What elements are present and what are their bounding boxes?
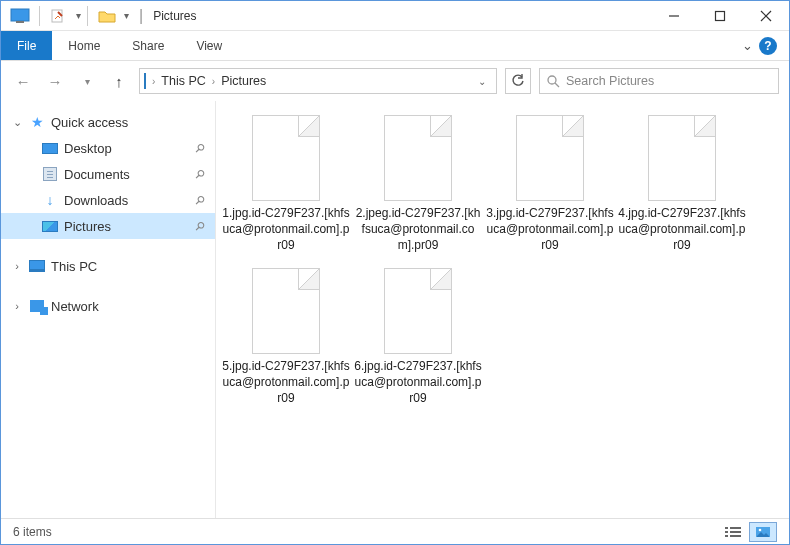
sidebar-item-pictures[interactable]: Pictures ⚲	[1, 213, 215, 239]
recent-locations-dropdown[interactable]: ▾	[75, 69, 99, 93]
qat-separator	[39, 6, 40, 26]
pin-icon: ⚲	[192, 192, 208, 208]
titlebar: ▾ ▾ | Pictures	[1, 1, 789, 31]
icons-view-button[interactable]	[749, 522, 777, 542]
ribbon-expand-icon[interactable]: ⌄	[742, 38, 753, 53]
sidebar-item-label: This PC	[51, 259, 215, 274]
desktop-icon	[42, 143, 58, 154]
star-icon: ★	[31, 114, 44, 130]
file-icon	[516, 115, 584, 201]
file-icon	[384, 268, 452, 354]
ribbon: File Home Share View ⌄ ?	[1, 31, 789, 61]
titlebar-left: ▾ ▾ | Pictures	[1, 6, 197, 26]
search-icon	[546, 74, 560, 88]
file-icon	[648, 115, 716, 201]
sidebar-this-pc[interactable]: › This PC	[1, 253, 215, 279]
file-name: 4.jpg.id-C279F237.[khfsuca@protonmail.co…	[618, 205, 746, 254]
content-area: ⌄ ★ Quick access Desktop ⚲ Documents ⚲↓ …	[1, 101, 789, 518]
window-title: Pictures	[153, 9, 196, 23]
file-item[interactable]: 4.jpg.id-C279F237.[khfsuca@protonmail.co…	[618, 115, 746, 254]
svg-point-16	[759, 528, 762, 531]
svg-point-7	[548, 76, 556, 84]
sidebar-item-documents[interactable]: Documents ⚲	[1, 161, 215, 187]
sidebar-item-label: Pictures	[64, 219, 191, 234]
forward-button[interactable]: →	[43, 69, 67, 93]
breadcrumb-pictures[interactable]: Pictures	[221, 74, 266, 88]
sidebar-item-label: Quick access	[51, 115, 215, 130]
sidebar-network[interactable]: › Network	[1, 293, 215, 319]
search-placeholder: Search Pictures	[566, 74, 654, 88]
svg-rect-4	[716, 11, 725, 20]
file-item[interactable]: 6.jpg.id-C279F237.[khfsuca@protonmail.co…	[354, 268, 482, 407]
svg-rect-12	[730, 531, 741, 533]
pc-icon	[29, 260, 45, 272]
file-icon	[252, 115, 320, 201]
chevron-right-icon[interactable]: ›	[212, 76, 215, 87]
sidebar-quick-access[interactable]: ⌄ ★ Quick access	[1, 109, 215, 135]
file-name: 5.jpg.id-C279F237.[khfsuca@protonmail.co…	[222, 358, 350, 407]
file-item[interactable]: 1.jpg.id-C279F237.[khfsuca@protonmail.co…	[222, 115, 350, 254]
qat-separator-2	[87, 6, 88, 26]
help-icon[interactable]: ?	[759, 37, 777, 55]
qat-dropdown-icon[interactable]: ▾	[76, 10, 81, 21]
docs-icon	[43, 167, 57, 181]
file-name: 6.jpg.id-C279F237.[khfsuca@protonmail.co…	[354, 358, 482, 407]
address-dropdown-icon[interactable]: ⌄	[472, 76, 492, 87]
sidebar-item-label: Desktop	[64, 141, 191, 156]
minimize-button[interactable]	[651, 1, 697, 31]
qat-properties-icon[interactable]	[46, 6, 72, 26]
svg-rect-14	[730, 535, 741, 537]
caret-right-icon[interactable]: ›	[11, 300, 23, 312]
svg-rect-0	[11, 9, 29, 21]
sidebar-item-label: Downloads	[64, 193, 191, 208]
file-name: 2.jpeg.id-C279F237.[khfsuca@protonmail.c…	[354, 205, 482, 254]
search-input[interactable]: Search Pictures	[539, 68, 779, 94]
file-item[interactable]: 2.jpeg.id-C279F237.[khfsuca@protonmail.c…	[354, 115, 482, 254]
file-tab[interactable]: File	[1, 31, 52, 60]
maximize-button[interactable]	[697, 1, 743, 31]
svg-rect-13	[725, 535, 728, 537]
tab-home[interactable]: Home	[52, 31, 116, 60]
tab-share[interactable]: Share	[116, 31, 180, 60]
sidebar-item-label: Network	[51, 299, 215, 314]
view-toggles	[719, 522, 777, 542]
pics-icon	[42, 221, 58, 232]
pin-icon: ⚲	[192, 218, 208, 234]
system-icon[interactable]	[7, 6, 33, 26]
navigation-row: ← → ▾ ↑ › This PC › Pictures ⌄ Search Pi…	[1, 61, 789, 101]
address-bar[interactable]: › This PC › Pictures ⌄	[139, 68, 497, 94]
file-grid: 1.jpg.id-C279F237.[khfsuca@protonmail.co…	[222, 115, 783, 406]
dl-icon: ↓	[47, 192, 54, 208]
folder-icon	[94, 6, 120, 26]
title-separator: |	[139, 7, 143, 25]
folder-dropdown-icon[interactable]: ▾	[124, 10, 129, 21]
file-pane[interactable]: 1.jpg.id-C279F237.[khfsuca@protonmail.co…	[216, 101, 789, 518]
svg-rect-2	[52, 10, 62, 22]
window-controls	[651, 1, 789, 31]
address-folder-icon	[144, 74, 146, 88]
file-icon	[384, 115, 452, 201]
navigation-pane: ⌄ ★ Quick access Desktop ⚲ Documents ⚲↓ …	[1, 101, 216, 518]
sidebar-item-label: Documents	[64, 167, 191, 182]
details-view-button[interactable]	[719, 522, 747, 542]
pin-icon: ⚲	[192, 140, 208, 156]
file-item[interactable]: 5.jpg.id-C279F237.[khfsuca@protonmail.co…	[222, 268, 350, 407]
file-item[interactable]: 3.jpg.id-C279F237.[khfsuca@protonmail.co…	[486, 115, 614, 254]
status-bar: 6 items	[1, 518, 789, 544]
tab-view[interactable]: View	[180, 31, 238, 60]
svg-rect-9	[725, 527, 728, 529]
breadcrumb-this-pc[interactable]: This PC	[161, 74, 205, 88]
back-button[interactable]: ←	[11, 69, 35, 93]
refresh-button[interactable]	[505, 68, 531, 94]
file-name: 1.jpg.id-C279F237.[khfsuca@protonmail.co…	[222, 205, 350, 254]
close-button[interactable]	[743, 1, 789, 31]
sidebar-item-downloads[interactable]: ↓ Downloads ⚲	[1, 187, 215, 213]
caret-right-icon[interactable]: ›	[11, 260, 23, 272]
caret-down-icon[interactable]: ⌄	[11, 116, 23, 129]
item-count: 6 items	[13, 525, 52, 539]
up-button[interactable]: ↑	[107, 69, 131, 93]
svg-line-8	[555, 83, 559, 87]
svg-rect-11	[725, 531, 728, 533]
sidebar-item-desktop[interactable]: Desktop ⚲	[1, 135, 215, 161]
chevron-right-icon[interactable]: ›	[152, 76, 155, 87]
